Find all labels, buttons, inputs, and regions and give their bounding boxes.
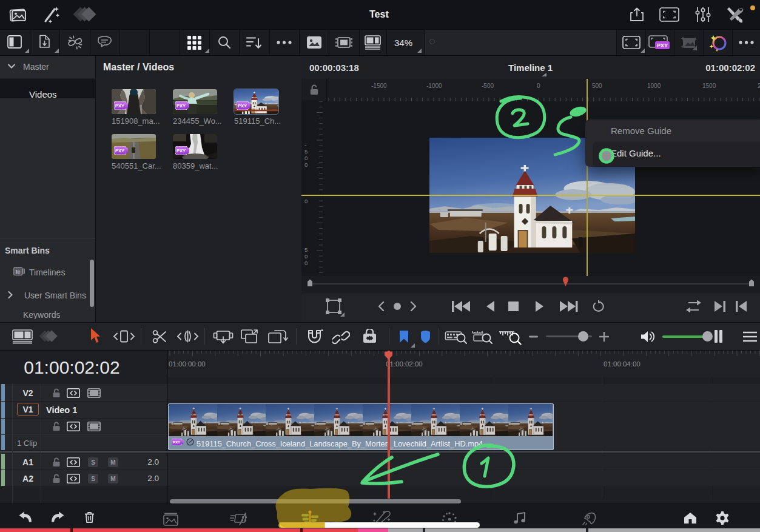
svg-text:-: - [304,141,306,148]
svg-text:0: 0 [304,155,308,161]
svg-text:tc: tc [16,269,21,275]
svg-text:1000: 1000 [647,82,661,89]
svg-text:5: 5 [304,246,308,253]
svg-text:200: 200 [758,82,760,89]
svg-text:0: 0 [304,253,308,260]
svg-text:0: 0 [304,198,308,204]
svg-text:PXY: PXY [657,42,668,49]
svg-text:500: 500 [592,82,602,89]
svg-text:0: 0 [304,161,308,168]
svg-text:1500: 1500 [702,82,716,89]
svg-text:0: 0 [304,260,308,266]
svg-text:0: 0 [537,82,540,89]
svg-text:5: 5 [304,148,308,155]
svg-text:-1000: -1000 [426,82,442,89]
svg-text:-500: -500 [482,82,494,89]
svg-text:-1500: -1500 [371,82,387,89]
